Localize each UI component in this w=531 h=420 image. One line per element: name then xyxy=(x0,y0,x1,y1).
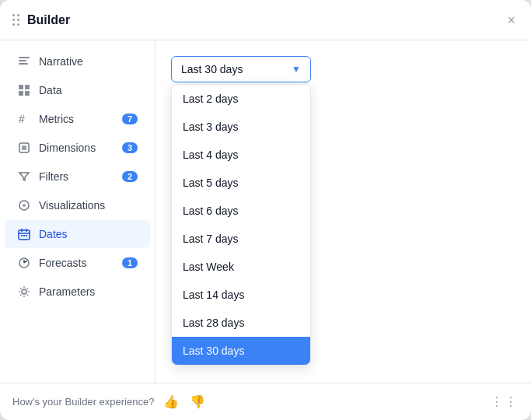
svg-text:#: # xyxy=(19,113,25,125)
sidebar-item-filters[interactable]: Filters 2 xyxy=(5,163,150,191)
thumbs-down-button[interactable]: 👎 xyxy=(188,393,207,411)
dropdown-option-9[interactable]: Last 30 days xyxy=(172,337,310,365)
svg-point-11 xyxy=(23,204,26,207)
sidebar-item-label: Filters xyxy=(39,170,114,183)
feedback-text: How's your Builder experience? xyxy=(12,396,154,408)
dropdown-option-3[interactable]: Last 5 days xyxy=(172,169,310,197)
dropdown-option-5[interactable]: Last 7 days xyxy=(172,225,310,253)
sidebar-item-parameters[interactable]: Parameters xyxy=(5,278,150,306)
svg-rect-5 xyxy=(19,91,23,96)
svg-rect-4 xyxy=(25,85,30,89)
sidebar-item-label: Metrics xyxy=(39,113,114,125)
svg-rect-9 xyxy=(22,145,26,150)
forecasts-badge: 1 xyxy=(122,257,138,268)
dimensions-icon xyxy=(17,141,31,155)
sidebar-item-label: Parameters xyxy=(39,285,138,298)
window-title: Builder xyxy=(27,13,70,27)
svg-rect-18 xyxy=(26,235,27,236)
svg-rect-2 xyxy=(19,63,28,65)
date-dropdown-menu: Last 2 days Last 3 days Last 4 days Last… xyxy=(171,84,311,366)
sidebar-item-label: Narrative xyxy=(39,55,138,68)
sidebar-item-label: Data xyxy=(39,84,138,96)
dropdown-selected-value: Last 30 days xyxy=(181,63,243,75)
dropdown-option-4[interactable]: Last 6 days xyxy=(172,197,310,225)
title-bar-left: Builder xyxy=(12,13,70,27)
date-dropdown-trigger[interactable]: Last 30 days ▼ xyxy=(171,56,311,82)
dropdown-option-2[interactable]: Last 4 days xyxy=(172,141,310,169)
svg-rect-0 xyxy=(19,57,30,58)
sidebar-item-dates[interactable]: Dates xyxy=(5,220,150,248)
sidebar-item-narrative[interactable]: Narrative xyxy=(5,47,150,75)
parameters-icon xyxy=(17,285,31,299)
svg-rect-3 xyxy=(19,85,23,89)
dropdown-option-0[interactable]: Last 2 days xyxy=(172,85,310,113)
main-panel: Last 30 days ▼ Last 2 days Last 3 days L… xyxy=(155,40,531,383)
visualizations-icon xyxy=(17,198,31,212)
svg-rect-17 xyxy=(23,235,25,236)
sidebar-item-label: Visualizations xyxy=(39,199,138,212)
svg-rect-6 xyxy=(25,91,30,96)
main-content: Narrative Data # xyxy=(0,40,531,383)
title-bar: Builder × xyxy=(0,0,531,40)
data-icon xyxy=(17,83,31,97)
sidebar-item-forecasts[interactable]: Forecasts 1 xyxy=(5,249,150,277)
sidebar-item-dimensions[interactable]: Dimensions 3 xyxy=(5,134,150,162)
svg-point-20 xyxy=(22,289,26,294)
dropdown-option-6[interactable]: Last Week xyxy=(172,253,310,281)
dimensions-badge: 3 xyxy=(122,142,138,153)
svg-rect-1 xyxy=(19,60,26,61)
sidebar: Narrative Data # xyxy=(0,40,155,383)
sidebar-item-label: Forecasts xyxy=(39,257,114,269)
builder-window: Builder × Narrative xyxy=(0,0,531,420)
close-button[interactable]: × xyxy=(504,10,519,30)
filters-badge: 2 xyxy=(122,171,138,182)
metrics-badge: 7 xyxy=(122,114,138,124)
dates-icon xyxy=(17,227,31,241)
more-options-icon[interactable]: ⋮⋮ xyxy=(491,394,519,409)
footer: How's your Builder experience? 👍 👎 ⋮⋮ xyxy=(0,383,531,420)
forecasts-icon xyxy=(17,256,31,270)
filters-icon xyxy=(17,170,31,184)
dropdown-arrow-icon: ▼ xyxy=(292,64,301,75)
footer-feedback: How's your Builder experience? 👍 👎 xyxy=(12,393,207,411)
sidebar-item-visualizations[interactable]: Visualizations xyxy=(5,191,150,219)
sidebar-item-metrics[interactable]: # Metrics 7 xyxy=(5,105,150,133)
thumbs-up-button[interactable]: 👍 xyxy=(162,393,180,411)
drag-handle[interactable] xyxy=(12,14,19,26)
date-dropdown-container: Last 30 days ▼ Last 2 days Last 3 days L… xyxy=(171,56,311,82)
sidebar-item-data[interactable]: Data xyxy=(5,76,150,104)
dropdown-option-1[interactable]: Last 3 days xyxy=(172,113,310,141)
dropdown-option-7[interactable]: Last 14 days xyxy=(172,281,310,309)
sidebar-item-label: Dimensions xyxy=(39,142,114,154)
narrative-icon xyxy=(17,54,31,68)
dropdown-option-8[interactable]: Last 28 days xyxy=(172,309,310,337)
svg-rect-16 xyxy=(21,235,23,236)
sidebar-item-label: Dates xyxy=(39,228,138,240)
metrics-icon: # xyxy=(17,112,31,126)
